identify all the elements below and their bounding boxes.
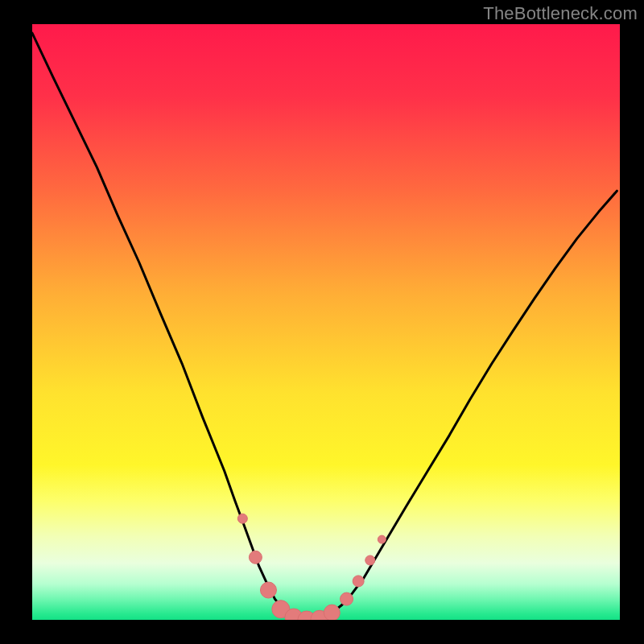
marker-point xyxy=(365,555,375,565)
marker-point xyxy=(341,592,353,605)
plot-svg xyxy=(32,24,620,620)
marker-point xyxy=(260,582,276,598)
plot-area xyxy=(32,24,620,620)
marker-point xyxy=(353,576,364,587)
chart-frame: TheBottleneck.com xyxy=(0,0,644,644)
marker-point xyxy=(237,514,247,523)
gradient-background xyxy=(32,24,620,620)
marker-point xyxy=(249,551,262,564)
watermark-text: TheBottleneck.com xyxy=(483,3,638,24)
marker-point xyxy=(324,605,340,620)
marker-point xyxy=(378,535,386,543)
